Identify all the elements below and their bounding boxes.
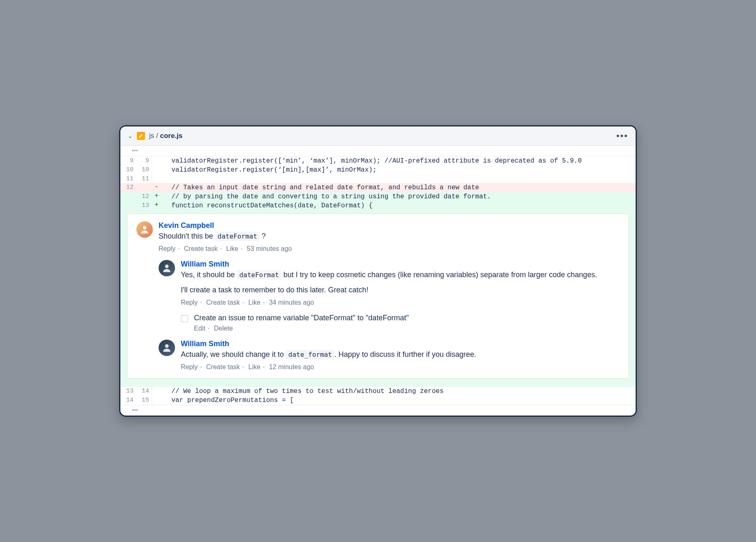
line-number-new: 10: [136, 165, 152, 175]
task-text: Create an issue to rename variable "Date…: [194, 314, 620, 322]
line-number-old: [120, 192, 136, 201]
diff-mark: [152, 156, 161, 165]
like-link[interactable]: Like: [249, 363, 260, 370]
line-number-new: 12: [136, 192, 152, 201]
comment-author[interactable]: Kevin Campbell: [159, 221, 620, 230]
diff-mark: [152, 396, 161, 405]
diff-row: 99 validatorRegister.register([‘min’, ‘m…: [120, 156, 636, 165]
diff-code: // Takes an input date string and relate…: [161, 183, 636, 192]
svg-point-0: [143, 226, 147, 230]
file-modified-icon: [137, 132, 145, 140]
inline-code: date_format: [286, 350, 334, 359]
create-task-link[interactable]: Create task: [206, 299, 240, 306]
diff-mark: [152, 175, 161, 183]
line-number-old: [120, 201, 136, 210]
svg-point-1: [165, 264, 169, 268]
diff-code: var prependZeroPermutations = [: [161, 396, 636, 405]
diff-code: [161, 175, 636, 183]
comment-thread-container: Kevin Campbell Shouldn't this be dateFor…: [120, 210, 636, 387]
comment-text: Yes, it should be dateFormat but I try t…: [181, 269, 620, 296]
like-link[interactable]: Like: [249, 299, 260, 306]
diff-code: // We loop a maximum of two times to tes…: [161, 387, 636, 396]
line-number-old: 12: [120, 183, 136, 192]
line-number-old: 13: [120, 387, 136, 396]
line-number-old: 14: [120, 396, 136, 405]
file-name: core.js: [160, 132, 182, 140]
task-actions: Edit· Delete: [194, 325, 620, 332]
avatar[interactable]: [136, 221, 153, 238]
create-task-link[interactable]: Create task: [206, 363, 240, 370]
context-expand-bottom[interactable]: ···: [120, 405, 636, 416]
line-number-new: 11: [136, 175, 152, 183]
comment: Kevin Campbell Shouldn't this be dateFor…: [136, 221, 620, 253]
line-number-old: 9: [120, 156, 136, 165]
comment-actions: Reply· Create task· Like· 12 minutes ago: [181, 363, 620, 371]
line-number-new: 14: [136, 387, 152, 396]
comment-text: Shouldn't this be dateFormat ?: [159, 231, 620, 242]
diff-row: 1111: [120, 175, 636, 183]
comment-time: 53 minutes ago: [247, 245, 292, 252]
diff-mark: +: [152, 192, 161, 201]
comment-actions: Reply· Create task· Like· 34 minutes ago: [181, 299, 620, 306]
diff-code: // by parsing the date and converting to…: [161, 192, 636, 201]
breadcrumb: js / core.js: [149, 132, 182, 140]
diff-row: 13+ function reconstructDateMatches(date…: [120, 201, 636, 210]
avatar[interactable]: [159, 340, 175, 356]
context-expand-top[interactable]: ···: [120, 146, 636, 156]
line-number-new: [136, 183, 152, 192]
reply-link[interactable]: Reply: [181, 299, 198, 306]
task-delete-link[interactable]: Delete: [214, 325, 233, 332]
avatar[interactable]: [159, 260, 175, 276]
create-task-link[interactable]: Create task: [184, 245, 218, 252]
diff-row: 1314 // We loop a maximum of two times t…: [120, 387, 636, 396]
line-number-new: 15: [136, 396, 152, 405]
inline-code: dateFormat: [237, 270, 281, 280]
file-header: ⌄ js / core.js •••: [120, 126, 636, 146]
comment-author[interactable]: William Smith: [181, 340, 620, 348]
line-number-old: 10: [120, 165, 136, 175]
diff-mark: +: [152, 201, 161, 210]
diff-row: 1010 validatorRegister.register(‘[min],[…: [120, 165, 636, 175]
folder-name: js: [149, 132, 154, 140]
diff-code: function reconstructDateMatches(date, Da…: [161, 201, 636, 210]
line-number-new: 9: [136, 156, 152, 165]
task-edit-link[interactable]: Edit: [194, 325, 205, 332]
diff-mark: [152, 165, 161, 175]
reply-link[interactable]: Reply: [159, 245, 175, 252]
diff-mark: [152, 387, 161, 396]
comment: William Smith Actually, we should change…: [159, 340, 620, 371]
comment-author[interactable]: William Smith: [181, 260, 620, 269]
diff-row: 12+ // by parsing the date and convertin…: [120, 192, 636, 201]
line-number-old: 11: [120, 175, 136, 183]
comment-text: Actually, we should change it to date_fo…: [181, 349, 620, 360]
diff-mark: -: [152, 183, 161, 192]
diff-row: 12- // Takes an input date string and re…: [120, 183, 636, 192]
diff-footer: 1314 // We loop a maximum of two times t…: [120, 387, 636, 405]
breadcrumb-sep: /: [156, 132, 158, 140]
more-actions-icon[interactable]: •••: [616, 131, 628, 141]
comment-thread: Kevin Campbell Shouldn't this be dateFor…: [127, 214, 629, 379]
svg-point-2: [165, 344, 169, 348]
diff-body: 99 validatorRegister.register([‘min’, ‘m…: [120, 156, 636, 210]
line-number-new: 13: [136, 201, 152, 210]
like-link[interactable]: Like: [226, 245, 238, 252]
comment-time: 12 minutes ago: [269, 363, 314, 370]
diff-code: validatorRegister.register([‘min’, ‘max’…: [161, 156, 636, 165]
comment-actions: Reply· Create task· Like· 53 minutes ago: [159, 245, 620, 253]
collapse-chevron-icon[interactable]: ⌄: [128, 133, 133, 139]
task-item: Create an issue to rename variable "Date…: [159, 314, 620, 332]
diff-viewer-window: ⌄ js / core.js ••• ··· 99 validatorRegis…: [119, 125, 637, 417]
diff-code: validatorRegister.register(‘[min],[max]’…: [161, 165, 636, 175]
comment: William Smith Yes, it should be dateForm…: [159, 260, 620, 306]
inline-code: dateFormat: [215, 232, 260, 241]
task-checkbox[interactable]: [181, 315, 188, 322]
diff-row: 1415 var prependZeroPermutations = [: [120, 396, 636, 405]
comment-time: 34 minutes ago: [269, 299, 314, 306]
reply-link[interactable]: Reply: [181, 363, 198, 370]
